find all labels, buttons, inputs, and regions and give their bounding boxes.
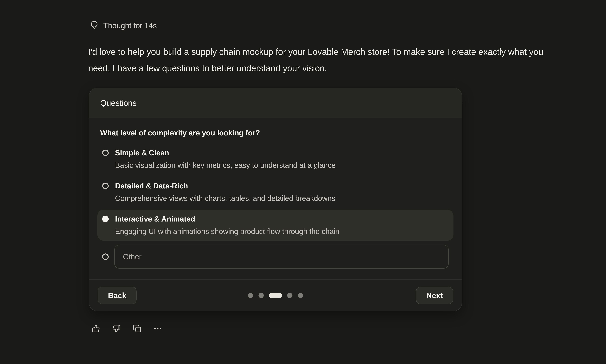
card-footer: Back Next [89,279,462,311]
option-description: Comprehensive views with charts, tables,… [115,192,335,205]
pagination-dot[interactable] [298,293,303,298]
radio-unselected-icon[interactable] [102,183,109,189]
thumbs-down-icon[interactable] [112,325,121,333]
options-list: Simple & Clean Basic visualization with … [97,143,454,269]
thumbs-up-icon[interactable] [92,325,100,333]
other-option-input[interactable] [114,245,449,269]
pagination-active-pill[interactable] [269,293,282,298]
option-detailed-data-rich[interactable]: Detailed & Data-Rich Comprehensive views… [97,177,454,208]
thought-disclosure[interactable]: Thought for 14s [90,20,157,31]
option-label: Interactive & Animated [115,213,339,225]
assistant-message: I'd love to help you build a supply chai… [88,44,545,76]
option-other[interactable] [97,243,454,269]
message-actions [92,325,162,333]
option-description: Engaging UI with animations showing prod… [115,225,339,238]
option-simple-clean[interactable]: Simple & Clean Basic visualization with … [97,143,454,175]
radio-selected-icon[interactable] [102,216,109,222]
card-body: What level of complexity are you looking… [89,118,462,279]
radio-unselected-icon[interactable] [102,150,109,156]
card-title: Questions [100,98,136,108]
back-button[interactable]: Back [98,287,136,304]
pagination-dot[interactable] [287,293,293,298]
pagination-dot[interactable] [248,293,253,298]
option-label: Detailed & Data-Rich [115,180,335,192]
card-header: Questions [89,88,462,118]
option-label: Simple & Clean [115,147,336,159]
next-button[interactable]: Next [416,287,453,304]
pagination-dots [248,293,303,298]
option-description: Basic visualization with key metrics, ea… [115,159,336,171]
lightbulb-icon [90,20,98,31]
radio-unselected-icon[interactable] [102,253,109,260]
pagination-dot[interactable] [258,293,264,298]
questions-card: Questions What level of complexity are y… [89,88,462,311]
copy-icon[interactable] [133,325,141,333]
question-title: What level of complexity are you looking… [100,128,451,138]
option-interactive-animated[interactable]: Interactive & Animated Engaging UI with … [97,210,454,241]
more-options-icon[interactable] [154,325,162,333]
thought-label: Thought for 14s [103,21,157,30]
